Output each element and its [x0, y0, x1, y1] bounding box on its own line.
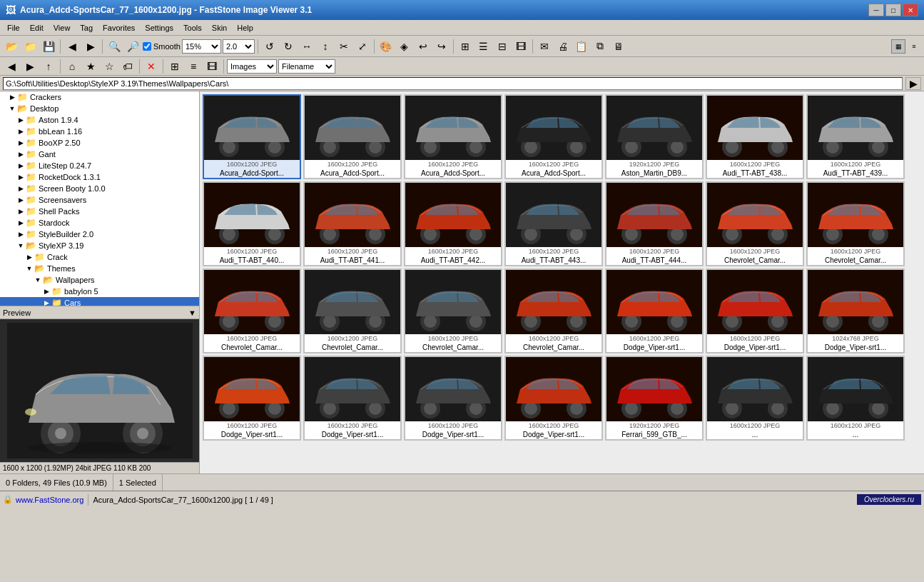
thumbnail-12[interactable]: 1600x1200 JPEGChevrolet_Camar...	[706, 181, 804, 266]
menu-item-tag[interactable]: Tag	[76, 22, 97, 34]
thumbnail-15[interactable]: 1600x1200 JPEGChevrolet_Camar...	[303, 269, 402, 353]
tree-item-stardock[interactable]: ▶📁Stardock	[0, 217, 199, 229]
tree-expand-stylebuilder[interactable]: ▶	[16, 231, 26, 238]
thumbnail-17[interactable]: 1600x1200 JPEGChevrolet_Camar...	[504, 269, 603, 353]
thumbnail-14[interactable]: 1600x1200 JPEGChevrolet_Camar...	[203, 269, 301, 353]
tree-item-bookxp[interactable]: ▶📁BooXP 2.50	[0, 137, 199, 149]
tree-item-desktop[interactable]: ▼📂Desktop	[0, 103, 199, 114]
wallpaper-button[interactable]: 🖥	[610, 38, 627, 55]
sharpen-button[interactable]: ◈	[396, 38, 413, 55]
thumbnail-4[interactable]: 1920x1200 JPEGAston_Martin_DB9...	[605, 94, 704, 179]
zoom-in-button[interactable]: 🔎	[124, 38, 141, 55]
redo-button[interactable]: ↪	[433, 38, 450, 55]
sort-select[interactable]: Filename	[278, 59, 335, 74]
filter-select[interactable]: Images	[227, 59, 277, 74]
thumbnail-16[interactable]: 1600x1200 JPEGChevrolet_Camar...	[404, 269, 502, 353]
tree-item-crack[interactable]: ▶📁Crack	[0, 251, 199, 263]
flip-v-button[interactable]: ↕	[317, 38, 334, 55]
thumbnail-0[interactable]: 1600x1200 JPEGAcura_Adcd-Sport...	[203, 94, 301, 179]
tree-expand-cars[interactable]: ▶	[41, 299, 51, 306]
tree-expand-gant[interactable]: ▶	[16, 151, 26, 158]
tree-expand-aston194[interactable]: ▶	[16, 116, 26, 124]
thumbnail-7[interactable]: 1600x1200 JPEGAudi_TT-ABT_440...	[203, 181, 301, 266]
thumbnail-18[interactable]: 1600x1200 JPEGDodge_Viper-srt1...	[605, 269, 704, 353]
thumbnail-20[interactable]: 1024x768 JPEGDodge_Viper-srt1...	[806, 269, 905, 353]
thumbnail-26[interactable]: 1600x1200 JPEG...	[706, 356, 804, 441]
color-button[interactable]: 🎨	[377, 38, 395, 55]
prev-button[interactable]: ◀	[64, 38, 81, 55]
grid-button[interactable]: ⊞	[457, 38, 474, 55]
detail-button[interactable]: ≡	[185, 58, 202, 75]
open-button[interactable]: 📂	[3, 38, 20, 55]
zoom-select[interactable]: 15%25%50%100%	[182, 39, 221, 54]
home-button[interactable]: ⌂	[64, 58, 81, 75]
flip-h-button[interactable]: ↔	[298, 38, 315, 55]
up-button[interactable]: ↑	[40, 58, 57, 75]
tree-item-shellpacks[interactable]: ▶📁Shell Packs	[0, 206, 199, 217]
smooth-checkbox[interactable]	[143, 42, 151, 51]
grid2-button[interactable]: ⊞	[166, 58, 183, 75]
thumbnail-22[interactable]: 1600x1200 JPEGDodge_Viper-srt1...	[303, 356, 402, 441]
back-button[interactable]: ◀	[3, 58, 20, 75]
tree-expand-desktop[interactable]: ▼	[7, 105, 17, 112]
thumbnail-6[interactable]: 1600x1200 JPEGAudi_TT-ABT_439...	[806, 94, 905, 179]
rotate-left-button[interactable]: ↺	[261, 38, 278, 55]
thumb-view-btn[interactable]: ▦	[891, 39, 905, 54]
menu-item-tools[interactable]: Tools	[179, 22, 206, 34]
tree-item-rocketdock[interactable]: ▶📁RocketDock 1.3.1	[0, 171, 199, 183]
close-button[interactable]: ✕	[903, 4, 918, 16]
tree-item-bblean[interactable]: ▶📁bbLean 1.16	[0, 126, 199, 137]
tree-expand-bblean[interactable]: ▶	[16, 128, 26, 135]
thumbnail-24[interactable]: 1600x1200 JPEGDodge_Viper-srt1...	[504, 356, 603, 441]
rotate-right-button[interactable]: ↻	[280, 38, 297, 55]
thumbnail-25[interactable]: 1920x1200 JPEGFerrari_599_GTB_...	[605, 356, 704, 441]
thumbnail-19[interactable]: 1600x1200 JPEGDodge_Viper-srt1...	[706, 269, 804, 353]
menu-item-file[interactable]: File	[3, 22, 24, 34]
undo-button[interactable]: ↩	[415, 38, 432, 55]
tree-expand-rocketdock[interactable]: ▶	[16, 174, 26, 181]
thumbnail-container[interactable]: 1600x1200 JPEGAcura_Adcd-Sport... 1600x1…	[200, 91, 924, 473]
tree-expand-stardock[interactable]: ▶	[16, 219, 26, 226]
tag-button[interactable]: 🏷	[119, 58, 136, 75]
thumbnail-10[interactable]: 1600x1200 JPEGAudi_TT-ABT_443...	[504, 181, 603, 266]
tree-expand-wallpapers[interactable]: ▼	[33, 276, 43, 284]
minimize-button[interactable]: ─	[868, 4, 884, 16]
tree-item-cars[interactable]: ▶📁Cars	[0, 297, 199, 306]
resize-button[interactable]: ⤢	[354, 38, 371, 55]
print-button[interactable]: 🖨	[554, 38, 572, 55]
tree-item-litestep[interactable]: ▶📁LiteStep 0.24.7	[0, 160, 199, 171]
thumbnail-9[interactable]: 1600x1200 JPEGAudi_TT-ABT_442...	[404, 181, 502, 266]
email-button[interactable]: ✉	[536, 38, 553, 55]
menu-item-help[interactable]: Help	[233, 22, 258, 34]
tree-item-crackers[interactable]: ▶📁Crackers	[0, 91, 199, 103]
file-tree[interactable]: ▶📁Crackers▼📂Desktop▶📁Aston 1.9.4▶📁bbLean…	[0, 91, 199, 306]
tree-item-wallpapers[interactable]: ▼📂Wallpapers	[0, 274, 199, 286]
thumbnail-13[interactable]: 1600x1200 JPEGChevrolet_Camar...	[806, 181, 905, 266]
thumbnail-2[interactable]: 1600x1200 JPEGAcura_Adcd-Sport...	[404, 94, 502, 179]
bookmark-button[interactable]: ★	[82, 58, 99, 75]
tree-item-aston194[interactable]: ▶📁Aston 1.9.4	[0, 114, 199, 126]
menu-item-settings[interactable]: Settings	[141, 22, 178, 34]
tree-expand-crackers[interactable]: ▶	[7, 94, 17, 101]
thumbnail-23[interactable]: 1600x1200 JPEGDodge_Viper-srt1...	[404, 356, 502, 441]
fav-button[interactable]: ☆	[101, 58, 118, 75]
tree-expand-themes[interactable]: ▼	[24, 265, 34, 272]
ratio-select[interactable]: 2.0	[223, 39, 255, 54]
thumbnail-21[interactable]: 1600x1200 JPEGDodge_Viper-srt1...	[203, 356, 301, 441]
maximize-button[interactable]: □	[885, 4, 901, 16]
tree-expand-screensavers[interactable]: ▶	[16, 196, 26, 204]
tree-item-stylebuilder[interactable]: ▶📁StyleBuilder 2.0	[0, 229, 199, 240]
tree-expand-stylexp[interactable]: ▼	[16, 242, 26, 249]
tree-expand-bookxp[interactable]: ▶	[16, 139, 26, 146]
tree-expand-litestep[interactable]: ▶	[16, 162, 26, 169]
menu-item-edit[interactable]: Edit	[26, 22, 48, 34]
zoom-out-button[interactable]: 🔍	[106, 38, 123, 55]
film-button[interactable]: 🎞	[203, 58, 220, 75]
delete-button[interactable]: ✕	[143, 58, 160, 75]
thumbnail-11[interactable]: 1600x1200 JPEGAudi_TT-ABT_444...	[605, 181, 704, 266]
tree-item-stylexp[interactable]: ▼📂StyleXP 3.19	[0, 240, 199, 251]
preview-expand-icon[interactable]: ▼	[188, 308, 196, 317]
thumbnail-3[interactable]: 1600x1200 JPEGAcura_Adcd-Sport...	[504, 94, 603, 179]
forward-button[interactable]: ▶	[21, 58, 39, 75]
crop-button[interactable]: ✂	[335, 38, 352, 55]
